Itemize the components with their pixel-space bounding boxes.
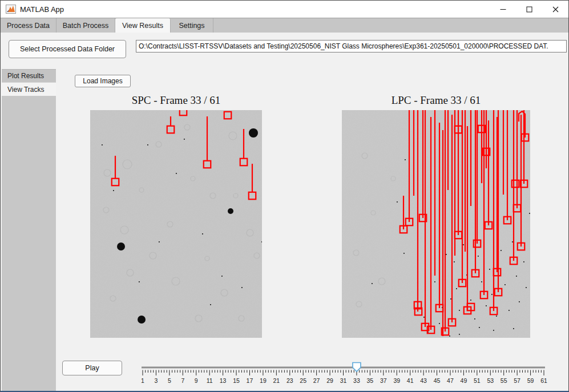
tab-settings[interactable]: Settings [171, 18, 213, 33]
slider-tick-label: 35 [367, 377, 374, 384]
slider-tick-label: 39 [393, 377, 400, 384]
slider-tick-label: 51 [474, 377, 481, 384]
window-controls [490, 1, 568, 18]
select-processed-data-folder-button[interactable]: Select Processed Data Folder [9, 40, 126, 58]
slider-tick-label: 47 [447, 377, 454, 384]
title-bar: MATLAB App [1, 1, 568, 18]
slider-tick-label: 29 [326, 377, 333, 384]
app-window: MATLAB App Process Data Batch Process Vi… [0, 0, 569, 392]
lpc-figure-title: LPC - Frame 33 / 61 [342, 94, 530, 108]
window-title: MATLAB App [20, 5, 64, 14]
slider-tick-label: 41 [407, 377, 414, 384]
side-tab-plot-results[interactable]: Plot Results [2, 70, 56, 83]
slider-ticks [143, 370, 544, 376]
slider-tick-label: 13 [220, 377, 227, 384]
spc-image [90, 110, 262, 338]
slider-tick-label: 3 [155, 377, 158, 384]
minimize-button[interactable] [490, 1, 516, 18]
slider-tick-label: 43 [420, 377, 427, 384]
slider-tick-label: 49 [461, 377, 467, 384]
minimize-icon [500, 6, 506, 13]
slider-tick-label: 53 [487, 377, 494, 384]
slider-tick-label: 9 [195, 377, 198, 384]
slider-tick-label: 31 [340, 377, 347, 384]
slider-tick-labels: 1357911131517192123252729313335373941434… [141, 377, 547, 384]
lpc-image [342, 110, 530, 338]
processed-data-path-field[interactable] [136, 40, 567, 52]
load-images-button[interactable]: Load Images [75, 75, 131, 87]
slider-tick-label: 45 [434, 377, 441, 384]
slider-tick-label: 25 [300, 377, 306, 384]
slider-tick-label: 27 [313, 377, 320, 384]
maximize-icon [526, 6, 532, 13]
spc-figure-title: SPC - Frame 33 / 61 [90, 94, 262, 108]
slider-tick-label: 33 [353, 377, 360, 384]
frame-slider[interactable]: 1357911131517192123252729313335373941434… [138, 360, 548, 390]
slider-tick-label: 55 [501, 377, 507, 384]
close-button[interactable] [542, 1, 568, 18]
slider-tick-label: 5 [168, 377, 171, 384]
grain-overlay [90, 110, 262, 338]
matlab-logo-icon [6, 5, 16, 14]
slider-tick-label: 1 [141, 377, 144, 384]
slider-tick-label: 7 [181, 377, 184, 384]
side-tab-view-tracks[interactable]: View Tracks [2, 83, 56, 96]
slider-tick-label: 17 [247, 377, 253, 384]
maximize-button[interactable] [516, 1, 542, 18]
close-icon [552, 6, 559, 13]
main-tab-bar: Process Data Batch Process View Results … [1, 18, 568, 33]
slider-tick-label: 61 [540, 377, 547, 384]
slider-tick-label: 11 [207, 377, 213, 384]
play-button[interactable]: Play [62, 361, 122, 375]
tab-view-results[interactable]: View Results [115, 18, 171, 33]
slider-tick-label: 59 [527, 377, 534, 384]
slider-tick-label: 21 [273, 377, 280, 384]
grain-overlay [342, 110, 530, 338]
side-tab-strip: Plot Results View Tracks [2, 69, 56, 391]
slider-tick-label: 37 [380, 377, 387, 384]
tab-batch-process[interactable]: Batch Process [57, 18, 115, 33]
slider-tick-label: 23 [286, 377, 293, 384]
slider-tick-label: 15 [233, 377, 240, 384]
tab-process-data[interactable]: Process Data [1, 18, 57, 33]
slider-tick-label: 19 [260, 377, 267, 384]
slider-tick-label: 57 [514, 377, 520, 384]
slider-track[interactable] [142, 367, 545, 369]
